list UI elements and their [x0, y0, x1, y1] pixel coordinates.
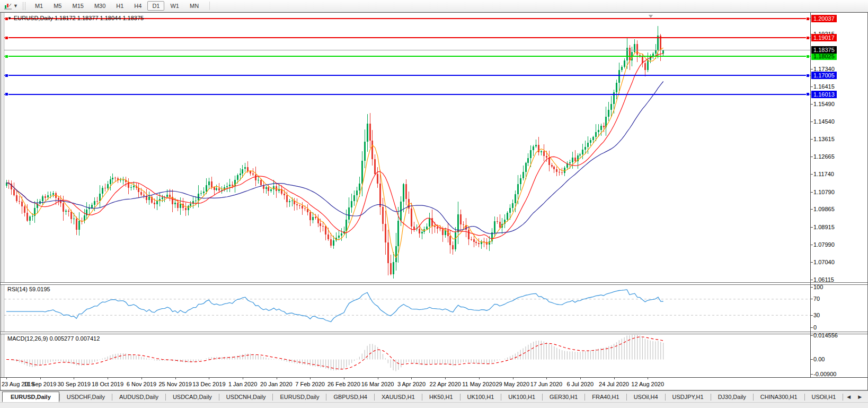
price-chart-canvas[interactable]	[4, 14, 810, 282]
date-label: 6 Jul 2020	[566, 381, 594, 387]
price-axis-tick-mark	[811, 86, 813, 87]
level-price-badge[interactable]: 1.16013	[811, 91, 837, 98]
date-tick-mark	[344, 378, 344, 379]
date-label: 1 Jan 2020	[228, 381, 257, 387]
level-price-badge[interactable]: 1.20037	[811, 15, 837, 22]
date-label: 25 Nov 2019	[159, 381, 192, 387]
macd-axis-tick-mark	[811, 374, 813, 375]
price-axis-tick: 1.09865	[813, 206, 835, 213]
rsi-axis-tick-mark	[811, 287, 813, 288]
toolbar-separator	[209, 2, 210, 10]
tab-scroll-left-icon[interactable]: ◀	[843, 392, 854, 402]
date-label: 30 Sep 2019	[57, 381, 90, 387]
level-price-badge[interactable]: 1.17005	[811, 72, 837, 79]
macd-axis-tick: -0.00900	[813, 371, 836, 378]
macd-label: MACD(12,26,9) 0.005277 0.007412	[7, 335, 100, 342]
current-price-badge: 1.18375	[811, 46, 837, 54]
date-label: 11 May 2020	[462, 381, 495, 387]
rsi-chart-canvas[interactable]	[4, 284, 810, 332]
date-tick-mark	[513, 378, 513, 379]
chart-tab-bar: EURUSD,DailyUSDCHF,DailyAUDUSD,DailyUSDC…	[0, 390, 868, 403]
price-axis-tick-mark	[811, 69, 813, 70]
date-tick-mark	[378, 378, 378, 379]
rsi-axis-tick-mark	[811, 315, 813, 316]
date-label: 17 Jun 2020	[530, 381, 563, 387]
charts-toolbar-button[interactable]: ▼	[2, 2, 20, 11]
tab-audusd-daily[interactable]: AUDUSD,Daily	[112, 392, 165, 402]
price-axis-tick-mark	[811, 157, 813, 157]
date-tick-mark	[209, 378, 209, 379]
tab-eurusd-daily[interactable]: EURUSD,Daily	[273, 392, 326, 402]
tab-uk100-h1[interactable]: UK100,H1	[460, 392, 501, 402]
tab-dj30-daily[interactable]: DJ30,Daily	[711, 392, 753, 402]
price-axis-tick: 1.11740	[813, 171, 834, 178]
chart-title: ▼EURUSD,Daily 1.18172 1.18377 1.18044 1.…	[7, 15, 144, 21]
period-button-M5[interactable]: M5	[49, 1, 66, 11]
price-axis-tick-mark	[811, 209, 813, 210]
tab-usoil-h1[interactable]: USOil,H1	[805, 392, 843, 402]
price-axis-tick: 1.07040	[813, 259, 835, 266]
chart-window: ▼EURUSD,Daily 1.18172 1.18377 1.18044 1.…	[0, 12, 868, 390]
tab-china300-h1[interactable]: CHINA300,H1	[754, 392, 804, 402]
rsi-axis-tick: 70	[813, 296, 820, 302]
level-price-badge[interactable]: 1.18025	[811, 53, 837, 60]
tab-usdcad-daily[interactable]: USDCAD,Daily	[166, 392, 219, 402]
tab-fra40-h1[interactable]: FRA40,H1	[585, 392, 626, 402]
rsi-label: RSI(14) 59.0195	[7, 286, 50, 292]
price-axis-tick: 1.10790	[813, 189, 835, 196]
rsi-axis-tick: 30	[813, 312, 820, 319]
tab-uk100-h1[interactable]: UK100,H1	[501, 392, 542, 402]
charts-toolbar-icon	[4, 2, 12, 10]
date-tick-mark	[411, 378, 412, 379]
price-axis-tick: 1.14540	[813, 118, 835, 125]
price-axis-line	[810, 13, 811, 378]
tab-xauusd-h1[interactable]: XAUUSD,H1	[375, 392, 422, 402]
date-tick-mark	[310, 378, 311, 379]
date-tick-mark	[74, 378, 74, 379]
tab-ger30-h1[interactable]: GER30,H1	[543, 392, 584, 402]
tab-usdchf-daily[interactable]: USDCHF,Daily	[60, 392, 112, 402]
date-axis: 23 Aug 201911 Sep 201930 Sep 201918 Oct …	[1, 377, 867, 389]
chart-title-text: EURUSD,Daily 1.18172 1.18377 1.18044 1.1…	[14, 15, 144, 21]
price-axis-tick-mark	[811, 104, 813, 105]
price-axis-tick-mark	[811, 139, 813, 140]
date-tick-mark	[40, 378, 41, 379]
toolbar: ▼ M1M5M15M30H1H4D1W1MN	[0, 0, 868, 12]
period-button-M1[interactable]: M1	[30, 1, 48, 11]
date-label: 11 Sep 2019	[24, 381, 57, 387]
macd-chart-canvas[interactable]	[4, 334, 810, 377]
tab-usdjpy-h1[interactable]: USDJPY,H1	[666, 392, 711, 402]
period-button-D1[interactable]: D1	[147, 1, 164, 11]
tab-usdcnh-daily[interactable]: USDCNH,Daily	[219, 392, 273, 402]
window-left-gutter	[1, 13, 4, 377]
date-tick-mark	[445, 378, 446, 379]
period-button-MN[interactable]: MN	[185, 1, 203, 11]
date-label: 12 Aug 2020	[631, 381, 664, 387]
tab-scroll-right-icon[interactable]: ▶	[854, 392, 865, 402]
macd-axis-tick: 0.00	[813, 356, 825, 363]
tab-usoil-h4[interactable]: USOil,H4	[627, 392, 665, 402]
period-button-W1[interactable]: W1	[165, 1, 184, 11]
price-axis-tick-mark	[811, 227, 813, 228]
date-label: 26 Feb 2020	[327, 381, 360, 387]
date-tick-mark	[277, 378, 277, 379]
rsi-axis-tick-mark	[811, 327, 813, 328]
date-tick-mark	[175, 378, 176, 379]
tab-eurusd-daily[interactable]: EURUSD,Daily	[2, 392, 59, 402]
period-button-H1[interactable]: H1	[111, 1, 128, 11]
level-price-badge[interactable]: 1.19017	[811, 34, 837, 41]
price-axis-tick-mark	[811, 245, 813, 245]
period-button-H4[interactable]: H4	[129, 1, 146, 11]
period-button-M15[interactable]: M15	[67, 1, 88, 11]
date-tick-mark	[6, 378, 7, 379]
period-button-M30[interactable]: M30	[90, 1, 110, 11]
status-bar	[0, 402, 868, 408]
toolbar-grip[interactable]	[23, 2, 25, 10]
rsi-axis-tick: 0	[813, 324, 817, 331]
price-axis-tick: 1.06115	[813, 276, 834, 283]
tab-gbpusd-h4[interactable]: GBPUSD,H4	[326, 392, 374, 402]
date-tick-mark	[108, 378, 108, 379]
chart-context-arrow-icon[interactable]: ▼	[7, 16, 12, 21]
tab-hk50-h1[interactable]: HK50,H1	[422, 392, 460, 402]
date-label: 24 Jul 2020	[599, 381, 629, 387]
